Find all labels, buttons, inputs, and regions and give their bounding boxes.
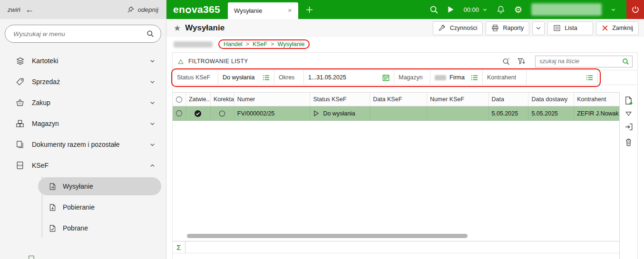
svg-text:*: *	[508, 58, 509, 61]
row-status-cell[interactable]: Do wysłania	[310, 106, 370, 120]
empty-rows-area	[173, 121, 619, 241]
row-zatwierdzone-cell[interactable]	[186, 106, 211, 120]
search-icon[interactable]	[146, 30, 154, 38]
column-header-data[interactable]: Data	[489, 93, 529, 106]
global-search-icon[interactable]	[429, 5, 439, 14]
printer-icon	[491, 24, 499, 32]
sidebar-item-label: Kartoteki	[32, 57, 58, 65]
sidebar-item-sprzedaz[interactable]: Sprzedaż	[0, 71, 166, 92]
sidebar-item-magazyn[interactable]: Magazyn	[0, 113, 166, 134]
lista-button[interactable]: Lista	[547, 21, 593, 35]
enova365-logo: enva365	[166, 4, 228, 15]
column-header-numer[interactable]: Numer	[234, 93, 311, 106]
table-row[interactable]: FV/000002/25 Do wysłania 5.05.2025 5.05.…	[173, 106, 619, 121]
filter-status-ksef-value[interactable]: Do wysłania	[218, 70, 274, 85]
column-header-korekta[interactable]: Korekta	[211, 93, 234, 106]
chevron-down-icon[interactable]	[482, 7, 488, 12]
dropdown-triangle-button[interactable]	[621, 108, 637, 119]
new-document-button[interactable]	[621, 93, 637, 108]
czynnosci-button[interactable]: Czynności	[433, 21, 483, 35]
table-header-row: Zatwie... Korekta Numer Status KSeF Data…	[173, 92, 619, 106]
list-picker-icon[interactable]	[582, 75, 593, 81]
sidebar-item-label: Pobieranie	[63, 203, 95, 211]
sidebar-item-zakup[interactable]: Zakup	[0, 92, 166, 113]
row-data-ksef-cell[interactable]	[370, 106, 427, 120]
row-numer-cell[interactable]: FV/000002/25	[234, 106, 311, 120]
logo-text: en	[173, 4, 185, 15]
breadcrumb-link-ksef[interactable]: KSeF	[253, 41, 267, 48]
filter-okres-value[interactable]: 1...31.05.2025	[304, 70, 394, 85]
row-select-cell[interactable]	[173, 106, 186, 120]
sidebar-item-label: Sprzedaż	[32, 78, 60, 86]
collapse-filters-triangle-icon[interactable]	[178, 59, 184, 64]
new-tab-button[interactable]	[306, 6, 313, 13]
menu-search-input[interactable]	[5, 25, 161, 43]
zamknij-button[interactable]: Zamknij	[596, 21, 639, 35]
column-header-data-ksef[interactable]: Data KSeF	[370, 93, 427, 106]
column-header-data-dostawy[interactable]: Data dostawy	[528, 93, 574, 106]
column-header-zatwierdzone[interactable]: Zatwie...	[186, 93, 211, 106]
breadcrumb-separator: >	[271, 41, 274, 48]
calendar-icon[interactable]	[379, 74, 390, 81]
page-title: Wysyłanie	[185, 23, 224, 33]
chevron-down-icon[interactable]	[149, 100, 156, 106]
gear-icon[interactable]: ⚙	[514, 5, 522, 14]
column-header-status-ksef[interactable]: Status KSeF	[310, 93, 370, 106]
sidebar-item-pobrane[interactable]: Pobrane	[0, 218, 166, 239]
raporty-dropdown-button[interactable]	[532, 21, 545, 35]
row-korekta-cell[interactable]	[211, 106, 234, 120]
work-timer[interactable]: 00:00	[463, 6, 488, 13]
sidebar-item-kartoteki[interactable]: Kartoteki	[0, 50, 166, 71]
menu-search	[5, 25, 161, 43]
collapse-arrow-icon[interactable]: ←	[25, 5, 34, 15]
list-picker-icon[interactable]	[259, 75, 270, 81]
row-kontrahent-cell[interactable]: ZEFIR J.Nowak	[574, 106, 619, 120]
raporty-button[interactable]: Raporty	[486, 21, 529, 35]
page-actions: Czynności Raporty Lista Zamknij	[433, 21, 639, 35]
sidebar-item-ksef[interactable]: KSeF KSeF	[0, 155, 166, 176]
check-circle-icon	[194, 110, 202, 117]
breadcrumb-link-handel[interactable]: Handel	[224, 41, 243, 48]
filter-funnel-icon[interactable]	[517, 58, 526, 66]
trash-button[interactable]	[621, 134, 637, 150]
page-check-icon	[49, 224, 57, 232]
table-region: Zatwie... Korekta Numer Status KSeF Data…	[173, 92, 619, 259]
power-button[interactable]	[626, 0, 644, 19]
select-all-header[interactable]	[173, 93, 186, 106]
chevron-down-icon[interactable]	[611, 7, 616, 12]
row-numer-ksef-cell[interactable]	[427, 106, 489, 120]
horizontal-scrollbar-thumb[interactable]	[187, 234, 468, 238]
column-header-numer-ksef[interactable]: Numer KSeF	[427, 93, 489, 106]
chevron-up-icon[interactable]	[149, 163, 156, 169]
column-header-kontrahent[interactable]: Kontrahent	[574, 93, 619, 106]
sidebar-item-dokumenty[interactable]: Dokumenty razem i pozostałe	[0, 134, 166, 155]
chevron-down-icon[interactable]	[149, 121, 156, 127]
favorite-star-icon[interactable]: ★	[174, 23, 181, 33]
list-search-box	[535, 56, 633, 67]
sigma-aggregate-button[interactable]: Σ	[173, 241, 185, 253]
row-data-dostawy-cell[interactable]: 5.05.2025	[528, 106, 574, 120]
chevron-down-icon[interactable]	[149, 142, 156, 148]
list-search-input[interactable]	[536, 58, 615, 65]
chevron-down-icon[interactable]	[149, 58, 156, 64]
chevron-down-icon[interactable]	[149, 79, 156, 85]
bell-icon[interactable]	[497, 5, 505, 14]
collapse-menu-button[interactable]: zwiń	[8, 6, 20, 13]
radio-circle-icon	[219, 110, 225, 117]
tab-close-icon[interactable]: ✕	[275, 8, 292, 14]
row-data-cell[interactable]: 5.05.2025	[489, 106, 529, 120]
tab-wysylanie[interactable]: Wysyłanie ✕	[228, 2, 298, 19]
advanced-search-icon[interactable]: *	[502, 58, 510, 66]
sidebar-item-wysylanie[interactable]: Wysyłanie	[0, 176, 166, 197]
unpin-menu-button[interactable]: odepnij	[127, 6, 158, 13]
open-import-button[interactable]	[621, 119, 637, 134]
page-title-bar: ★ Wysyłanie Czynności Raporty Lista	[166, 19, 644, 37]
filter-kontrahent-value[interactable]	[527, 70, 598, 85]
sidebar-item-pobieranie[interactable]: Pobieranie	[0, 197, 166, 218]
play-icon[interactable]	[448, 6, 454, 13]
list-picker-icon[interactable]	[467, 75, 478, 81]
breadcrumb-link-wysylanie[interactable]: Wysyłanie	[278, 41, 305, 48]
search-icon[interactable]	[622, 58, 629, 65]
filter-magazyn-value[interactable]: Firma	[430, 70, 483, 85]
kartoteki-layers-icon	[15, 57, 25, 66]
